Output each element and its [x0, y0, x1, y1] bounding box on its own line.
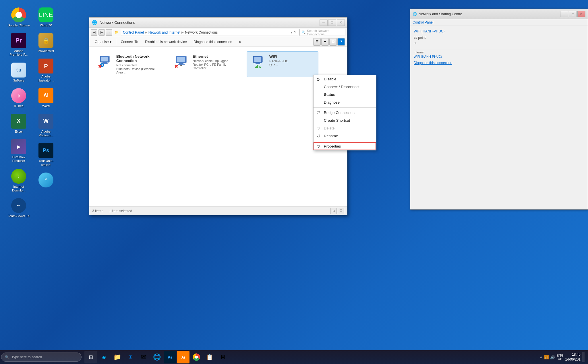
forward-btn[interactable]: ▶ — [98, 29, 105, 36]
toolbar: Organise ▾ Connect To Disable this netwo… — [89, 37, 347, 47]
taskbar: 🔍 Type here to search ⊞ e 📁 ⊞ ✉ 🌐 Ps Ai — [0, 350, 588, 364]
diagnose-btn[interactable]: Diagnose this connection — [191, 38, 235, 46]
svg-rect-9 — [178, 64, 185, 65]
desktop-icon-line[interactable]: LINE WinSCP — [33, 6, 59, 29]
close-btn[interactable]: ✕ — [337, 20, 345, 26]
desktop-icon-winscp[interactable]: 🔒 PowerPoint — [33, 31, 59, 55]
ethernet-error-badge: ✖ — [174, 64, 178, 69]
speaker-tray-icon[interactable]: 🔊 — [550, 355, 555, 359]
taskbar-network[interactable]: 🌐 — [150, 351, 163, 363]
preview-pane-btn[interactable]: ⊞ — [329, 38, 337, 46]
ctx-delete[interactable]: 🛡 Delete — [314, 124, 376, 132]
ctx-diagnose[interactable]: Diagnose — [314, 98, 376, 106]
ctx-properties[interactable]: 🛡 Properties — [314, 142, 376, 150]
taskbar-ps[interactable]: Ps — [164, 351, 176, 363]
breadcrumb[interactable]: Control Panel ▶ Network and Internet ▶ N… — [121, 29, 298, 36]
svg-rect-1 — [101, 57, 108, 61]
wifi-card[interactable]: WiFi HANH-PHUC Qua... — [247, 51, 318, 77]
dropdown-arrow[interactable]: ▾ — [291, 30, 292, 34]
svg-rect-17 — [256, 66, 257, 68]
taskbar-edge[interactable]: e — [98, 351, 110, 363]
taskbar-ai[interactable]: Ai — [177, 351, 189, 363]
desktop-icon-word[interactable]: W Adobe Photosh... — [33, 112, 59, 139]
taskbar-apps: ⊞ e 📁 ⊞ ✉ 🌐 Ps Ai 📋 — [84, 351, 229, 363]
ethernet-card[interactable]: ✖ Ethernet Network cable unplugged Realt… — [170, 51, 242, 77]
content-area: B ✖ Bluetooth Network Connection Not con… — [89, 47, 347, 207]
toolbar-sep1 — [116, 39, 116, 45]
desktop-icon-excel[interactable]: X Excel — [6, 112, 32, 135]
sharing-title-icon: 🌐 — [413, 12, 417, 16]
titlebar: 🌐 Network Connections ─ □ ✕ — [89, 18, 347, 28]
refresh-icon[interactable]: ↻ — [293, 30, 296, 34]
time-block[interactable]: 18:45 14/06/201 — [565, 352, 581, 362]
view-dropdown-btn[interactable]: ▾ — [321, 38, 329, 46]
region-label: US — [558, 357, 562, 361]
lang-block[interactable]: ENG US — [557, 354, 564, 361]
organise-label: Organise — [95, 40, 109, 44]
desktop-icon-idm[interactable]: ↓ Internet Downlo... — [6, 167, 32, 194]
bluetooth-info: Bluetooth Network Connection Not connect… — [116, 54, 162, 74]
connect-to-btn[interactable]: Connect To — [118, 38, 142, 46]
taskbar-app9[interactable]: 📋 — [203, 351, 216, 363]
search-bar[interactable]: 🔍 Search Network Connections — [299, 29, 345, 36]
desktop-icon-label-word: Adobe Photosh... — [35, 130, 57, 137]
ctx-bridge-icon: 🛡 — [316, 111, 320, 115]
sharing-maximize-btn[interactable]: □ — [569, 11, 577, 17]
sharing-minimize-btn[interactable]: ─ — [560, 11, 568, 17]
taskbar-search[interactable]: 🔍 Type here to search — [1, 353, 82, 362]
show-desktop-btn[interactable] — [582, 352, 585, 362]
more-btn[interactable]: » — [236, 38, 244, 46]
desktop-icon-3u[interactable]: 3u 3uTools — [6, 61, 32, 84]
desktop-icon-ai[interactable]: Ai Word — [33, 86, 59, 110]
taskbar-store[interactable]: ⊞ — [124, 351, 137, 363]
breadcrumb-mid[interactable]: Network and Internet — [148, 30, 180, 34]
tray-expand-icon[interactable]: ∧ — [540, 355, 542, 359]
desktop-icon-label-3u: 3uTools — [13, 79, 24, 82]
disable-btn[interactable]: Disable this network device — [142, 38, 190, 46]
desktop-icon-proshow[interactable]: ▶ ProShow Producer — [6, 138, 32, 164]
svg-rect-7 — [177, 57, 185, 62]
taskbar-explorer[interactable]: 📁 — [111, 351, 123, 363]
ctx-status[interactable]: Status — [314, 91, 376, 98]
ctx-connect-disconnect[interactable]: Connect / Disconnect — [314, 83, 376, 91]
view-icon-list[interactable]: ⊞ — [330, 208, 337, 214]
help-btn[interactable]: ? — [337, 38, 345, 46]
desktop-icon-chrome[interactable]: Google Chrome — [6, 6, 32, 29]
desktop-icon-ps[interactable]: Ps Your Unin-staller! — [33, 141, 59, 168]
taskbar-chrome[interactable] — [190, 351, 203, 363]
view-icon-detail[interactable]: ☰ — [338, 208, 344, 214]
view-list-btn[interactable]: ☰ — [313, 38, 321, 46]
desktop-icon-yunin[interactable]: Y — [33, 171, 59, 190]
svg-rect-8 — [179, 63, 183, 64]
desktop-icon-pr[interactable]: Pr Adobe Premiere P... — [6, 31, 32, 58]
ctx-bridge[interactable]: 🛡 Bridge Connections — [314, 109, 376, 117]
store-icon: ⊞ — [128, 354, 133, 360]
diagnose-link[interactable]: Diagnose this connection — [414, 61, 452, 65]
up-btn[interactable]: ↑ — [106, 29, 112, 36]
taskbar-app10[interactable]: 🖥 — [216, 351, 229, 363]
ctx-shortcut[interactable]: Create Shortcut — [314, 117, 376, 124]
organise-btn[interactable]: Organise ▾ — [92, 38, 115, 46]
folder-icon: 📁 — [115, 30, 119, 34]
bluetooth-card[interactable]: B ✖ Bluetooth Network Connection Not con… — [94, 51, 166, 77]
desktop-icon-ppt[interactable]: P Adobe Illustrator ... — [33, 57, 59, 84]
bluetooth-error-badge: ✖ — [98, 64, 102, 69]
sharing-title: 🌐 Network and Sharing Centre — [413, 12, 560, 16]
maximize-btn[interactable]: □ — [328, 20, 336, 26]
network-tray-icon[interactable]: 📶 — [544, 355, 549, 359]
address-bar: ◀ ▶ ↑ 📁 Control Panel ▶ Network and Inte… — [89, 28, 347, 37]
ctx-rename[interactable]: 🛡 Rename — [314, 132, 376, 140]
back-btn[interactable]: ◀ — [91, 29, 97, 36]
breadcrumb-sep2: ▶ — [181, 31, 184, 34]
desktop-icons: Google Chrome Pr Adobe Premiere P... 3u … — [6, 6, 32, 220]
sharing-close-btn[interactable]: ✕ — [577, 11, 585, 17]
desktop-icon-teamviewer[interactable]: ↔ TeamViewer 14 — [6, 196, 32, 220]
ctx-disable[interactable]: ⊘ Disable — [314, 75, 376, 83]
taskbar-task-view[interactable]: ⊞ — [84, 351, 97, 363]
taskbar-mail[interactable]: ✉ — [137, 351, 150, 363]
breadcrumb-home[interactable]: Control Panel — [123, 30, 144, 34]
minimize-btn[interactable]: ─ — [320, 20, 328, 26]
desktop-icon-itunes[interactable]: ♪ iTunes — [6, 86, 32, 110]
sharing-nav-cp[interactable]: Control Panel — [413, 20, 434, 24]
ctx-properties-icon: 🛡 — [316, 144, 320, 149]
